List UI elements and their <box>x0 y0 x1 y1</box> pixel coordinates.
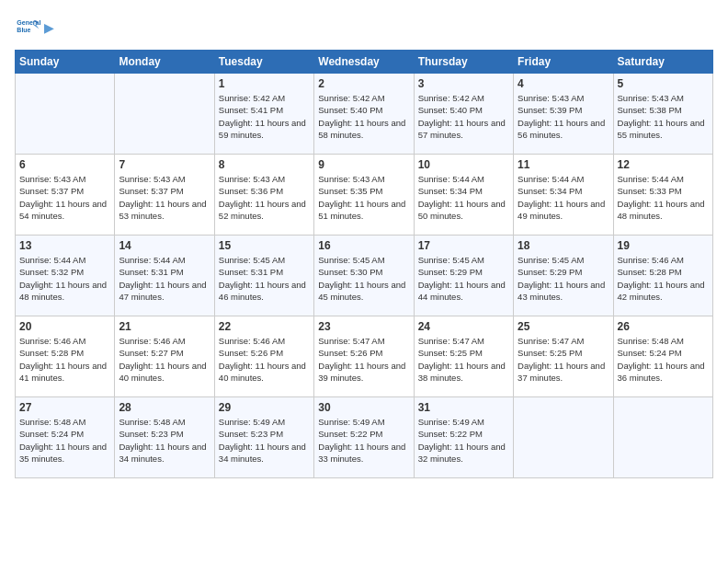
day-detail: Sunrise: 5:45 AMSunset: 5:29 PMDaylight:… <box>418 254 509 303</box>
calendar-cell: 10Sunrise: 5:44 AMSunset: 5:34 PMDayligh… <box>414 155 513 236</box>
header-friday: Friday <box>514 51 613 74</box>
calendar-cell: 27Sunrise: 5:48 AMSunset: 5:24 PMDayligh… <box>16 397 115 478</box>
calendar-cell: 31Sunrise: 5:49 AMSunset: 5:22 PMDayligh… <box>414 397 513 478</box>
calendar-cell: 29Sunrise: 5:49 AMSunset: 5:23 PMDayligh… <box>214 397 313 478</box>
day-number: 31 <box>418 401 509 414</box>
svg-text:Blue: Blue <box>17 27 30 33</box>
day-number: 26 <box>618 320 709 333</box>
calendar-week-5: 27Sunrise: 5:48 AMSunset: 5:24 PMDayligh… <box>16 397 713 478</box>
day-number: 28 <box>119 401 210 414</box>
calendar-cell: 17Sunrise: 5:45 AMSunset: 5:29 PMDayligh… <box>414 236 513 316</box>
day-number: 24 <box>418 320 509 333</box>
calendar-cell: 25Sunrise: 5:47 AMSunset: 5:25 PMDayligh… <box>514 316 613 397</box>
day-number: 25 <box>518 320 609 333</box>
day-detail: Sunrise: 5:42 AMSunset: 5:40 PMDaylight:… <box>418 92 509 141</box>
day-detail: Sunrise: 5:43 AMSunset: 5:36 PMDaylight:… <box>219 173 310 222</box>
calendar-cell: 18Sunrise: 5:45 AMSunset: 5:29 PMDayligh… <box>514 236 613 316</box>
calendar-cell: 16Sunrise: 5:45 AMSunset: 5:30 PMDayligh… <box>314 236 414 316</box>
calendar-cell <box>514 397 613 478</box>
day-number: 21 <box>119 320 210 333</box>
day-number: 7 <box>119 158 210 171</box>
calendar-cell <box>16 74 115 155</box>
day-detail: Sunrise: 5:44 AMSunset: 5:32 PMDaylight:… <box>19 254 110 303</box>
page-header: General Blue ▶ <box>15 15 713 40</box>
day-detail: Sunrise: 5:43 AMSunset: 5:38 PMDaylight:… <box>618 92 709 141</box>
calendar-cell: 8Sunrise: 5:43 AMSunset: 5:36 PMDaylight… <box>214 155 313 236</box>
header-wednesday: Wednesday <box>314 51 414 74</box>
day-detail: Sunrise: 5:44 AMSunset: 5:34 PMDaylight:… <box>418 173 509 222</box>
calendar-cell: 20Sunrise: 5:46 AMSunset: 5:28 PMDayligh… <box>16 316 115 397</box>
day-detail: Sunrise: 5:43 AMSunset: 5:37 PMDaylight:… <box>119 173 210 222</box>
calendar-week-4: 20Sunrise: 5:46 AMSunset: 5:28 PMDayligh… <box>16 316 713 397</box>
day-number: 13 <box>19 239 110 252</box>
calendar-week-1: 1Sunrise: 5:42 AMSunset: 5:41 PMDaylight… <box>16 74 713 155</box>
day-number: 18 <box>518 239 609 252</box>
day-number: 23 <box>318 320 409 333</box>
day-detail: Sunrise: 5:42 AMSunset: 5:40 PMDaylight:… <box>318 92 409 141</box>
calendar-cell: 30Sunrise: 5:49 AMSunset: 5:22 PMDayligh… <box>314 397 414 478</box>
day-number: 4 <box>518 77 609 90</box>
day-detail: Sunrise: 5:45 AMSunset: 5:29 PMDaylight:… <box>518 254 609 303</box>
day-detail: Sunrise: 5:45 AMSunset: 5:30 PMDaylight:… <box>318 254 409 303</box>
day-number: 12 <box>618 158 709 171</box>
day-detail: Sunrise: 5:47 AMSunset: 5:25 PMDaylight:… <box>518 335 609 384</box>
day-detail: Sunrise: 5:48 AMSunset: 5:24 PMDaylight:… <box>618 335 709 384</box>
calendar-cell: 6Sunrise: 5:43 AMSunset: 5:37 PMDaylight… <box>16 155 115 236</box>
calendar-cell: 7Sunrise: 5:43 AMSunset: 5:37 PMDaylight… <box>115 155 214 236</box>
header-thursday: Thursday <box>414 51 513 74</box>
day-detail: Sunrise: 5:46 AMSunset: 5:28 PMDaylight:… <box>19 335 110 384</box>
day-number: 15 <box>219 239 310 252</box>
day-detail: Sunrise: 5:47 AMSunset: 5:26 PMDaylight:… <box>318 335 409 384</box>
day-detail: Sunrise: 5:48 AMSunset: 5:24 PMDaylight:… <box>19 416 110 465</box>
logo-icon: General Blue <box>15 15 40 40</box>
day-detail: Sunrise: 5:45 AMSunset: 5:31 PMDaylight:… <box>219 254 310 303</box>
day-number: 29 <box>219 401 310 414</box>
day-detail: Sunrise: 5:42 AMSunset: 5:41 PMDaylight:… <box>219 92 310 141</box>
day-number: 11 <box>518 158 609 171</box>
day-detail: Sunrise: 5:43 AMSunset: 5:37 PMDaylight:… <box>19 173 110 222</box>
day-detail: Sunrise: 5:44 AMSunset: 5:34 PMDaylight:… <box>518 173 609 222</box>
day-detail: Sunrise: 5:46 AMSunset: 5:27 PMDaylight:… <box>119 335 210 384</box>
day-detail: Sunrise: 5:49 AMSunset: 5:23 PMDaylight:… <box>219 416 310 465</box>
calendar-cell <box>115 74 214 155</box>
calendar-cell: 24Sunrise: 5:47 AMSunset: 5:25 PMDayligh… <box>414 316 513 397</box>
calendar-cell: 21Sunrise: 5:46 AMSunset: 5:27 PMDayligh… <box>115 316 214 397</box>
calendar-cell: 22Sunrise: 5:46 AMSunset: 5:26 PMDayligh… <box>214 316 313 397</box>
day-detail: Sunrise: 5:46 AMSunset: 5:26 PMDaylight:… <box>219 335 310 384</box>
day-detail: Sunrise: 5:44 AMSunset: 5:33 PMDaylight:… <box>618 173 709 222</box>
calendar-cell: 13Sunrise: 5:44 AMSunset: 5:32 PMDayligh… <box>16 236 115 316</box>
day-detail: Sunrise: 5:47 AMSunset: 5:25 PMDaylight:… <box>418 335 509 384</box>
day-number: 22 <box>219 320 310 333</box>
header-saturday: Saturday <box>613 51 712 74</box>
day-number: 17 <box>418 239 509 252</box>
calendar-cell: 12Sunrise: 5:44 AMSunset: 5:33 PMDayligh… <box>613 155 712 236</box>
day-number: 14 <box>119 239 210 252</box>
day-detail: Sunrise: 5:43 AMSunset: 5:35 PMDaylight:… <box>318 173 409 222</box>
calendar-cell: 1Sunrise: 5:42 AMSunset: 5:41 PMDaylight… <box>214 74 313 155</box>
header-tuesday: Tuesday <box>214 51 313 74</box>
day-number: 1 <box>219 77 310 90</box>
day-number: 9 <box>318 158 409 171</box>
day-number: 30 <box>318 401 409 414</box>
calendar-cell: 15Sunrise: 5:45 AMSunset: 5:31 PMDayligh… <box>214 236 313 316</box>
day-number: 5 <box>618 77 709 90</box>
day-number: 6 <box>19 158 110 171</box>
calendar-header-row: SundayMondayTuesdayWednesdayThursdayFrid… <box>16 51 713 74</box>
day-detail: Sunrise: 5:49 AMSunset: 5:22 PMDaylight:… <box>318 416 409 465</box>
calendar-cell: 9Sunrise: 5:43 AMSunset: 5:35 PMDaylight… <box>314 155 414 236</box>
calendar-cell: 3Sunrise: 5:42 AMSunset: 5:40 PMDaylight… <box>414 74 513 155</box>
day-detail: Sunrise: 5:43 AMSunset: 5:39 PMDaylight:… <box>518 92 609 141</box>
calendar-cell: 2Sunrise: 5:42 AMSunset: 5:40 PMDaylight… <box>314 74 414 155</box>
calendar-cell: 28Sunrise: 5:48 AMSunset: 5:23 PMDayligh… <box>115 397 214 478</box>
day-number: 10 <box>418 158 509 171</box>
calendar-cell: 19Sunrise: 5:46 AMSunset: 5:28 PMDayligh… <box>613 236 712 316</box>
calendar-cell: 5Sunrise: 5:43 AMSunset: 5:38 PMDaylight… <box>613 74 712 155</box>
day-number: 20 <box>19 320 110 333</box>
calendar-week-2: 6Sunrise: 5:43 AMSunset: 5:37 PMDaylight… <box>16 155 713 236</box>
day-number: 2 <box>318 77 409 90</box>
calendar-cell: 4Sunrise: 5:43 AMSunset: 5:39 PMDaylight… <box>514 74 613 155</box>
logo-text: ▶ <box>44 21 53 35</box>
calendar-cell: 14Sunrise: 5:44 AMSunset: 5:31 PMDayligh… <box>115 236 214 316</box>
calendar-cell: 26Sunrise: 5:48 AMSunset: 5:24 PMDayligh… <box>613 316 712 397</box>
day-detail: Sunrise: 5:44 AMSunset: 5:31 PMDaylight:… <box>119 254 210 303</box>
